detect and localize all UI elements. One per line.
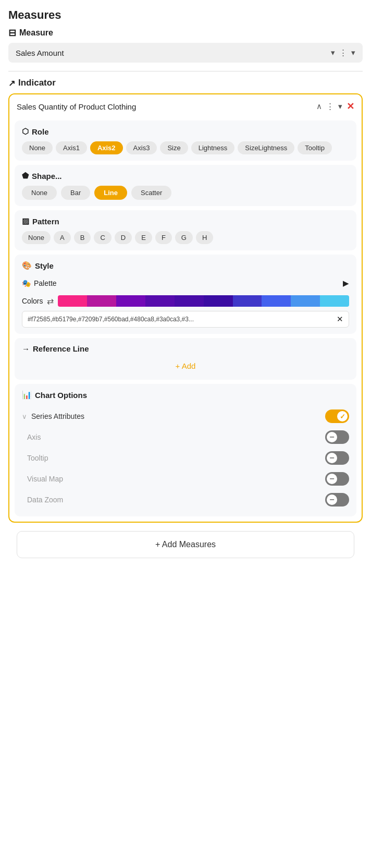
- indicator-label: Indicator: [18, 78, 56, 88]
- role-btn-size[interactable]: Size: [160, 141, 188, 154]
- pattern-buttons: None A B C D E F G H: [22, 231, 349, 244]
- style-section: 🎨 Style 🎭 Palette ▶ Colors ⇄: [15, 255, 356, 334]
- shape-btn-bar[interactable]: Bar: [61, 186, 90, 200]
- add-measures-button[interactable]: + Add Measures: [17, 531, 354, 558]
- divider: [8, 71, 363, 71]
- pattern-btn-e[interactable]: E: [135, 231, 152, 244]
- page-title: Measures: [8, 8, 363, 22]
- indicator-card-icons: ∧ ⋮ ▾ ✕: [316, 101, 354, 112]
- pattern-title: ▨ Pattern: [22, 216, 349, 226]
- colors-label: Colors: [22, 297, 43, 305]
- data-zoom-label: Data Zoom: [27, 496, 63, 504]
- color-swatch-8: [262, 295, 291, 307]
- shape-icon: ⬟: [22, 171, 29, 180]
- pattern-btn-none[interactable]: None: [22, 231, 51, 244]
- sub-toggle-rows: Axis − Tooltip: [22, 427, 349, 510]
- color-swatch-2: [87, 295, 116, 307]
- pattern-btn-c[interactable]: C: [94, 231, 111, 244]
- series-attributes-toggle[interactable]: ✓: [325, 409, 349, 423]
- indicator-up-icon[interactable]: ∧: [316, 102, 322, 111]
- chart-options-section: 📊 Chart Options ∨ Series Attributes ✓: [15, 384, 356, 516]
- pattern-btn-d[interactable]: D: [115, 231, 132, 244]
- role-btn-tooltip[interactable]: Tooltip: [298, 141, 332, 154]
- role-btn-axis3[interactable]: Axis3: [126, 141, 157, 154]
- measure-dropdown-icons: ▾ ⋮ ▾: [331, 48, 355, 57]
- colors-input-value: #f72585,#b5179e,#7209b7,#560bad,#480ca8,…: [28, 316, 337, 323]
- palette-icon: 🎭: [22, 279, 31, 287]
- data-zoom-toggle[interactable]: −: [325, 493, 349, 507]
- palette-row[interactable]: 🎭 Palette ▶: [22, 275, 349, 291]
- axis-label: Axis: [27, 433, 41, 441]
- pattern-btn-b[interactable]: B: [74, 231, 91, 244]
- pattern-btn-a[interactable]: A: [54, 231, 71, 244]
- role-btn-axis1[interactable]: Axis1: [56, 141, 87, 154]
- color-swatch-7: [233, 295, 262, 307]
- role-btn-none[interactable]: None: [22, 141, 53, 154]
- role-btn-axis2[interactable]: Axis2: [90, 141, 123, 154]
- role-btn-sizelightness[interactable]: SizeLightness: [238, 141, 294, 154]
- colors-input-row[interactable]: #f72585,#b5179e,#7209b7,#560bad,#480ca8,…: [22, 311, 349, 328]
- visual-map-toggle[interactable]: −: [325, 472, 349, 486]
- pattern-btn-f[interactable]: F: [155, 231, 172, 244]
- tooltip-label: Tooltip: [27, 454, 48, 462]
- measure-section-header: ⊟ Measure: [8, 27, 363, 39]
- chart-options-icon: 📊: [22, 390, 32, 400]
- measure-label: Measure: [19, 28, 53, 38]
- color-swatch-4: [145, 295, 175, 307]
- role-section: ⬡ Role None Axis1 Axis2 Axis3 Size Light…: [15, 120, 356, 161]
- ref-line-icon: →: [22, 344, 30, 353]
- color-swatch-3: [116, 295, 145, 307]
- style-icon: 🎨: [22, 261, 32, 270]
- pattern-btn-g[interactable]: G: [175, 231, 193, 244]
- indicator-close-icon[interactable]: ✕: [347, 101, 354, 112]
- visual-map-row: Visual Map −: [27, 468, 349, 489]
- role-btn-lightness[interactable]: Lightness: [191, 141, 235, 154]
- indicator-more-icon[interactable]: ⋮: [326, 102, 334, 111]
- series-attributes-row: ∨ Series Attributes ✓: [22, 406, 349, 427]
- data-zoom-row: Data Zoom −: [27, 489, 349, 510]
- role-icon: ⬡: [22, 127, 29, 136]
- colors-swap-icon[interactable]: ⇄: [47, 296, 54, 306]
- tooltip-row: Tooltip −: [27, 448, 349, 468]
- shape-btn-scatter[interactable]: Scatter: [131, 186, 171, 200]
- indicator-card-title: Sales Quantity of Product Clothing: [17, 102, 312, 111]
- axis-toggle[interactable]: −: [325, 430, 349, 444]
- colors-row: Colors ⇄: [22, 295, 349, 307]
- reference-line-title: → Reference Line: [22, 344, 349, 353]
- visual-map-label: Visual Map: [27, 475, 63, 483]
- pattern-icon: ▨: [22, 216, 29, 226]
- measure-dropdown-value: Sales Amount: [16, 49, 327, 57]
- shape-btn-none[interactable]: None: [22, 186, 57, 200]
- colors-clear-icon[interactable]: ✕: [337, 315, 343, 324]
- measure-more-icon[interactable]: ⋮: [339, 48, 347, 57]
- add-reference-line-button[interactable]: + Add: [22, 358, 349, 373]
- chart-options-title: 📊 Chart Options: [22, 390, 349, 400]
- shape-title: ⬟ Shape...: [22, 171, 349, 180]
- color-swatch-5: [175, 295, 204, 307]
- tooltip-toggle[interactable]: −: [325, 451, 349, 465]
- measure-dropdown-chevron[interactable]: ▾: [331, 48, 335, 57]
- indicator-down-icon[interactable]: ▾: [338, 102, 342, 111]
- palette-arrow-icon[interactable]: ▶: [343, 279, 349, 288]
- indicator-card: Sales Quantity of Product Clothing ∧ ⋮ ▾…: [8, 93, 363, 523]
- style-title: 🎨 Style: [22, 261, 349, 270]
- indicator-section-header: ↗ Indicator: [8, 78, 363, 88]
- shape-section: ⬟ Shape... None Bar Line Scatter: [15, 165, 356, 206]
- measure-arrow-icon[interactable]: ▾: [351, 48, 355, 57]
- axis-row: Axis −: [27, 427, 349, 448]
- pattern-btn-h[interactable]: H: [196, 231, 213, 244]
- color-swatch-9: [291, 295, 320, 307]
- color-strip: [58, 295, 349, 307]
- indicator-card-header: Sales Quantity of Product Clothing ∧ ⋮ ▾…: [9, 94, 362, 118]
- color-swatch-6: [204, 295, 233, 307]
- role-title: ⬡ Role: [22, 127, 349, 136]
- shape-buttons: None Bar Line Scatter: [22, 186, 349, 200]
- shape-btn-line[interactable]: Line: [94, 186, 127, 200]
- color-swatch-10: [320, 295, 349, 307]
- measure-dropdown-row[interactable]: Sales Amount ▾ ⋮ ▾: [8, 43, 363, 63]
- reference-line-section: → Reference Line + Add: [15, 338, 356, 380]
- measure-icon: ⊟: [8, 27, 16, 39]
- series-attributes-label: ∨ Series Attributes: [22, 412, 84, 420]
- pattern-section: ▨ Pattern None A B C D E F G H: [15, 210, 356, 250]
- series-attributes-chevron[interactable]: ∨: [22, 413, 27, 420]
